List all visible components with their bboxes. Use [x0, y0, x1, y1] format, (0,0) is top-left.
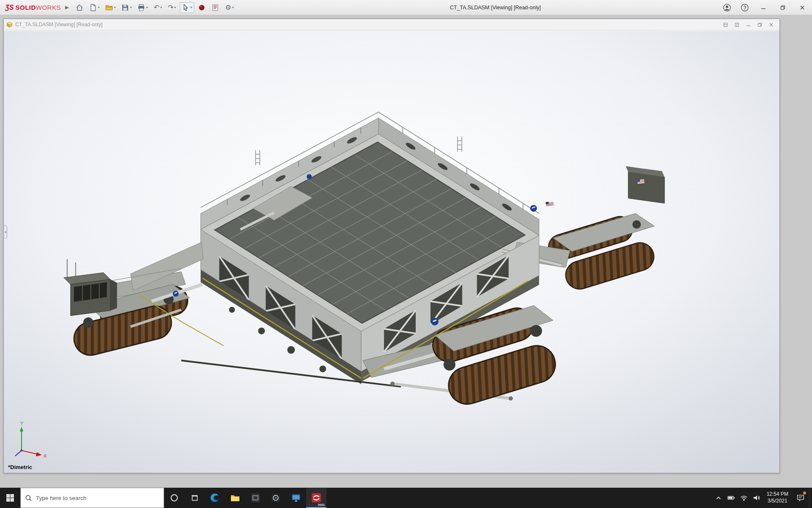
panel-splitter-handle[interactable]: ◂ — [4, 225, 7, 239]
dark-app-icon — [250, 493, 261, 503]
chevron-up-icon — [715, 494, 722, 501]
media-app-icon — [271, 493, 281, 503]
document-titlebar[interactable]: CT_TA.SLDASM [Viewing] [Read-only] — [4, 19, 779, 30]
app-a-button[interactable] — [245, 488, 266, 508]
app-b-button[interactable] — [266, 488, 286, 508]
windows-taskbar: 2021 12:54 PM 3/5/2021 — [0, 488, 812, 508]
notification-icon — [796, 494, 805, 502]
select-cursor-icon — [182, 4, 189, 11]
battery-status[interactable] — [725, 488, 738, 508]
doc-restore-button[interactable] — [754, 20, 765, 29]
monitor-app-icon — [291, 493, 301, 503]
client-area: CT_TA.SLDASM [Viewing] [Read-only] — [0, 16, 812, 488]
chevron-down-icon[interactable]: ▾ — [232, 6, 234, 9]
chevron-down-icon[interactable]: ▾ — [146, 6, 148, 9]
user-account-button[interactable] — [718, 0, 736, 15]
chevron-down-icon[interactable]: ▾ — [98, 6, 99, 9]
cortana-button[interactable] — [164, 488, 184, 508]
solidworks-taskbar-button[interactable]: 2021 — [306, 488, 326, 508]
cortana-icon — [170, 493, 179, 502]
collapse-arrow-icon: ◂ — [5, 230, 6, 234]
solidworks-app-icon — [311, 492, 322, 503]
system-tray: 12:54 PM 3/5/2021 — [712, 488, 812, 508]
undo-icon: ↶ — [154, 4, 159, 11]
options-button[interactable]: ⚙ ▾ — [223, 2, 236, 13]
solidworks-logo: ƷS SOLID WORKS — [0, 4, 64, 11]
app-minimize-button[interactable] — [754, 0, 773, 15]
new-document-icon — [89, 4, 97, 11]
chevron-down-icon[interactable]: ▾ — [130, 6, 132, 9]
redo-icon: ↷ — [168, 4, 173, 11]
chevron-down-icon[interactable]: ▾ — [174, 6, 176, 9]
taskbar-clock[interactable]: 12:54 PM 3/5/2021 — [763, 488, 792, 508]
main-toolbar: ▾ ▾ ▾ ▾ ↶ ▾ ↷ ▾ ▾ — [73, 0, 236, 15]
view-orientation-label: *Dimetric — [8, 464, 32, 470]
home-button[interactable] — [74, 2, 85, 13]
taskbar-search[interactable] — [20, 488, 164, 508]
minimize-icon — [761, 5, 766, 10]
app-close-button[interactable] — [793, 0, 812, 15]
open-button[interactable]: ▾ — [103, 2, 118, 13]
save-icon — [121, 4, 129, 11]
print-button[interactable]: ▾ — [135, 2, 150, 13]
notification-badge — [803, 491, 806, 494]
triad-y-label: Y — [20, 421, 24, 426]
search-input[interactable] — [36, 495, 159, 501]
edge-icon — [210, 493, 220, 503]
3d-viewport[interactable]: Y X *Dimetric ◂ — [4, 31, 779, 473]
tile-vertical-icon — [735, 22, 739, 27]
tile-vertical-button[interactable] — [731, 20, 743, 29]
tile-horizontal-icon — [723, 22, 728, 27]
open-folder-icon — [105, 4, 113, 11]
menu-expand-icon[interactable]: ▶ — [64, 5, 73, 10]
minimize-icon — [746, 22, 751, 27]
task-view-button[interactable] — [184, 488, 205, 508]
help-button[interactable] — [736, 0, 754, 15]
windows-logo-icon — [5, 493, 15, 502]
document-properties-icon — [211, 4, 219, 11]
assembly-icon — [6, 22, 13, 28]
dassault-mark: ƷS — [5, 4, 14, 11]
network-status[interactable] — [738, 488, 750, 508]
tile-horizontal-button[interactable] — [720, 20, 731, 29]
new-document-button[interactable]: ▾ — [87, 2, 102, 13]
undo-button[interactable]: ↶ ▾ — [152, 2, 164, 13]
clock-date: 3/5/2021 — [768, 498, 787, 505]
task-view-icon — [190, 493, 199, 502]
app-c-button[interactable] — [286, 488, 306, 508]
crawler-transporter-model: Y X — [4, 31, 779, 473]
red-sphere-icon — [198, 4, 206, 11]
start-button[interactable] — [0, 488, 20, 508]
close-icon — [800, 5, 805, 10]
chevron-down-icon[interactable]: ▾ — [190, 6, 192, 9]
wifi-icon — [740, 494, 748, 502]
search-icon — [25, 494, 32, 502]
document-title: CT_TA.SLDASM [Viewing] [Read-only] — [15, 22, 102, 28]
action-center-button[interactable] — [792, 488, 809, 508]
user-icon — [723, 3, 731, 12]
hidden-icons-button[interactable] — [712, 488, 725, 508]
triad-x-label: X — [44, 453, 47, 458]
save-button[interactable]: ▾ — [119, 2, 134, 13]
chevron-down-icon[interactable]: ▾ — [114, 6, 115, 9]
chevron-down-icon[interactable]: ▾ — [160, 6, 162, 9]
folder-icon — [230, 493, 240, 503]
app-restore-button[interactable] — [773, 0, 793, 15]
close-icon — [769, 22, 774, 27]
doc-close-button[interactable] — [765, 20, 777, 29]
show-desktop-strip[interactable] — [809, 488, 812, 508]
restore-icon — [757, 22, 762, 27]
restore-icon — [780, 5, 785, 10]
file-explorer-button[interactable] — [225, 488, 245, 508]
select-button[interactable]: ▾ — [180, 2, 194, 13]
volume-control[interactable] — [750, 488, 763, 508]
edge-button[interactable] — [205, 488, 225, 508]
red-sphere-button[interactable] — [196, 2, 208, 13]
clock-time: 12:54 PM — [767, 491, 788, 498]
document-properties-button[interactable] — [209, 2, 221, 13]
redo-button[interactable]: ↷ ▾ — [166, 2, 178, 13]
doc-minimize-button[interactable] — [743, 20, 754, 29]
print-icon — [137, 4, 145, 11]
battery-icon — [727, 494, 735, 502]
app-titlebar: ƷS SOLID WORKS ▶ ▾ ▾ ▾ ▾ ↶ ▾ ↷ ▾ — [0, 0, 812, 15]
